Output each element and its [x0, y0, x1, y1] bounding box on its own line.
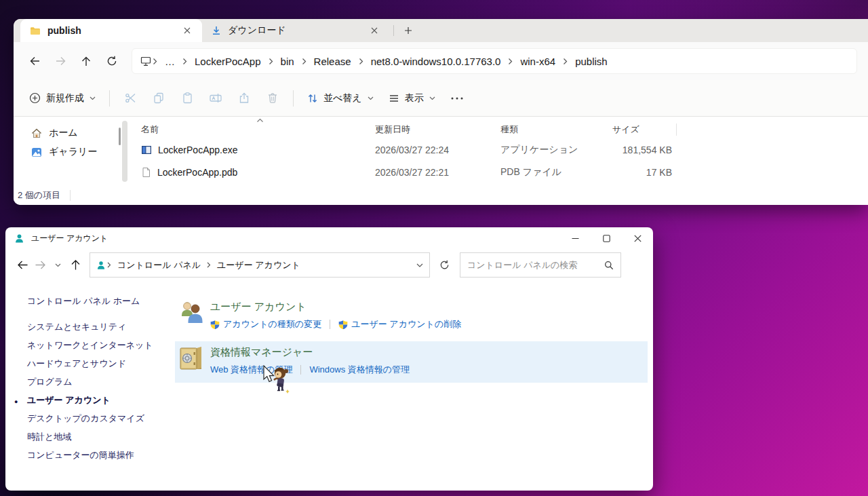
view-button[interactable]: 表示	[381, 86, 443, 111]
breadcrumb-item[interactable]: bin	[275, 56, 300, 67]
tab-publish[interactable]: publish	[20, 19, 202, 42]
back-button[interactable]	[22, 49, 47, 73]
link-label: ユーザー アカウントの削除	[351, 318, 461, 330]
sidebar-item-label: ギャラリー	[49, 146, 97, 158]
history-dropdown[interactable]	[49, 255, 66, 275]
sidebar-item-clock-region[interactable]: 時計と地域	[27, 432, 172, 441]
search-icon	[604, 261, 614, 270]
status-bar: 2 個の項目	[18, 187, 71, 204]
breadcrumb-item[interactable]: ユーザー アカウント	[212, 259, 305, 271]
file-type: アプリケーション	[500, 144, 612, 156]
sidebar-item-control-panel-home[interactable]: コントロール パネル ホーム	[27, 297, 172, 305]
minimize-button[interactable]	[559, 227, 591, 250]
uac-shield-icon	[210, 320, 220, 330]
sidebar-item-home[interactable]: ホーム	[14, 123, 122, 142]
forward-button[interactable]	[47, 49, 73, 73]
chevron-right-icon	[300, 58, 308, 65]
view-icon	[389, 94, 399, 103]
sort-ascending-caret-icon	[256, 118, 264, 123]
sidebar-item-programs[interactable]: プログラム	[27, 377, 172, 386]
up-button[interactable]	[73, 49, 99, 73]
tab-downloads[interactable]: ダウンロード	[202, 19, 389, 42]
tab-label: publish	[47, 25, 81, 36]
sort-label: 並べ替え	[323, 92, 362, 104]
control-panel-main: ユーザー アカウント アカウントの種類の変更 ユーザー アカウントの削除	[172, 280, 653, 491]
link-label: アカウントの種類の変更	[223, 318, 321, 330]
new-item-label: 新規作成	[46, 92, 84, 104]
tab-close-icon[interactable]	[366, 22, 382, 39]
more-options-button[interactable]	[443, 86, 471, 111]
sidebar-item-user-accounts[interactable]: ● ユーザー アカウント	[27, 396, 172, 404]
chevron-down-icon	[368, 96, 374, 100]
delete-button[interactable]	[258, 86, 287, 111]
column-header-type[interactable]: 種類	[500, 123, 612, 136]
address-dropdown-icon[interactable]	[416, 263, 423, 267]
column-header-modified[interactable]: 更新日時	[375, 123, 500, 136]
new-tab-button[interactable]	[398, 21, 418, 40]
file-modified: 2026/03/27 22:21	[375, 167, 500, 178]
sidebar-item-system-security[interactable]: システムとセキュリティ	[27, 322, 172, 331]
user-accounts-icon	[178, 300, 205, 324]
sparkle-icon	[285, 389, 290, 394]
file-row[interactable]: LockerPocApp.pdb 2026/03/27 22:21 PDB ファ…	[141, 161, 868, 183]
file-size: 17 KB	[612, 167, 672, 178]
chevron-right-icon	[357, 58, 365, 65]
refresh-button[interactable]	[99, 49, 125, 73]
cut-button[interactable]	[116, 86, 144, 111]
column-header-name[interactable]: 名前	[141, 123, 375, 136]
maximize-button[interactable]	[591, 227, 622, 250]
credential-manager-vault-icon	[178, 345, 204, 373]
folder-icon	[30, 26, 41, 35]
close-button[interactable]	[622, 227, 653, 250]
address-bar[interactable]: … LockerPocApp bin Release net8.0-window…	[132, 48, 857, 74]
link-divider	[300, 365, 301, 375]
pane-splitter[interactable]	[122, 121, 127, 182]
chevron-right-icon	[205, 262, 212, 268]
breadcrumb-item[interactable]: win-x64	[514, 56, 561, 67]
breadcrumb-item[interactable]: Release	[308, 56, 357, 67]
link-manage-windows-credentials[interactable]: Windows 資格情報の管理	[309, 364, 410, 376]
back-button[interactable]	[14, 255, 31, 275]
control-panel-sidebar: コントロール パネル ホーム システムとセキュリティ ネットワークとインターネッ…	[5, 280, 172, 491]
up-button[interactable]	[66, 255, 84, 275]
paste-button[interactable]	[173, 86, 201, 111]
forward-button[interactable]	[31, 255, 49, 275]
sidebar-item-ease-of-access[interactable]: コンピューターの簡単操作	[27, 451, 172, 459]
copy-button[interactable]	[144, 86, 173, 111]
link-change-account-type[interactable]: アカウントの種類の変更	[210, 318, 321, 330]
explorer-body: ホーム ギャラリー 名前 更新日時 種類 サイズ LockerPocApp.ex…	[14, 117, 868, 205]
search-input[interactable]	[467, 260, 604, 270]
file-row[interactable]: LockerPocApp.exe 2026/03/27 22:24 アプリケーシ…	[141, 138, 868, 161]
sort-button[interactable]: 並べ替え	[300, 86, 381, 111]
tab-strip: publish ダウンロード	[14, 19, 868, 42]
sort-icon	[307, 93, 318, 104]
download-icon	[212, 26, 221, 35]
breadcrumb-item[interactable]: net8.0-windows10.0.17763.0	[365, 56, 507, 67]
sidebar-scrollbar[interactable]	[119, 128, 121, 145]
share-button[interactable]	[230, 86, 258, 111]
chevron-right-icon	[561, 58, 569, 65]
new-item-button[interactable]: 新規作成	[22, 86, 103, 111]
rename-button[interactable]	[201, 86, 230, 111]
control-panel-window: ユーザー アカウント コントロール パネル ユーザー アカウント コントロール …	[5, 227, 653, 491]
file-name: LockerPocApp.pdb	[157, 167, 237, 178]
breadcrumb-item[interactable]: publish	[569, 56, 614, 67]
link-remove-user-accounts[interactable]: ユーザー アカウントの削除	[338, 318, 461, 330]
section-user-accounts: ユーザー アカウント アカウントの種類の変更 ユーザー アカウントの削除	[175, 296, 648, 337]
refresh-button[interactable]	[434, 255, 454, 275]
user-account-app-icon	[14, 233, 24, 244]
column-header-size[interactable]: サイズ	[612, 123, 677, 136]
sidebar-item-appearance[interactable]: デスクトップのカスタマイズ	[27, 414, 172, 423]
file-list: 名前 更新日時 種類 サイズ LockerPocApp.exe 2026/03/…	[127, 117, 868, 205]
address-bar[interactable]: コントロール パネル ユーザー アカウント	[90, 252, 430, 278]
breadcrumb-ellipsis[interactable]: …	[159, 56, 181, 67]
breadcrumb-item[interactable]: LockerPocApp	[189, 56, 267, 67]
section-title-link[interactable]: 資格情報マネージャー	[210, 346, 648, 359]
breadcrumb-item[interactable]: コントロール パネル	[113, 259, 205, 271]
sidebar-item-network-internet[interactable]: ネットワークとインターネット	[27, 341, 172, 349]
tab-close-icon[interactable]	[179, 22, 195, 39]
sidebar-item-hardware-sound[interactable]: ハードウェアとサウンド	[27, 359, 172, 368]
section-title-link[interactable]: ユーザー アカウント	[210, 301, 648, 313]
sidebar-item-gallery[interactable]: ギャラリー	[14, 142, 122, 161]
search-box[interactable]	[460, 252, 621, 278]
